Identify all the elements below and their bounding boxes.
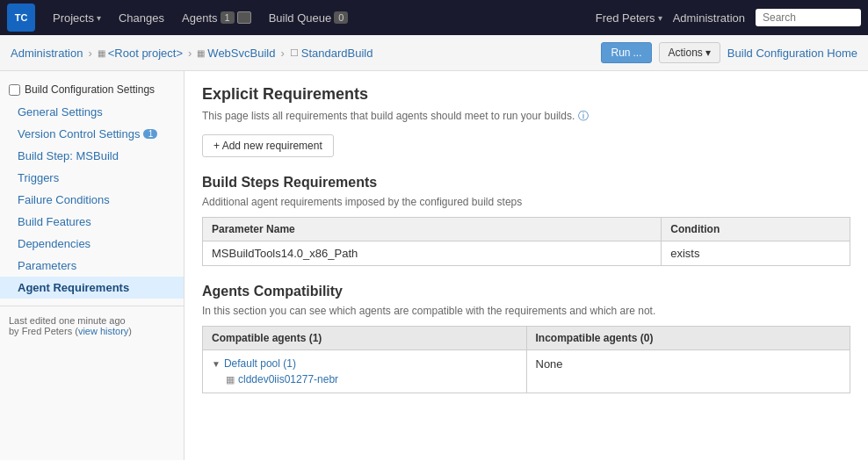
actions-button[interactable]: Actions ▾ <box>659 42 720 63</box>
breadcrumb-sep-3: › <box>280 47 284 60</box>
build-steps-requirements-desc: Additional agent requirements imposed by… <box>202 196 850 208</box>
run-button[interactable]: Run ... <box>601 42 651 63</box>
pool-label[interactable]: Default pool (1) <box>224 357 296 370</box>
param-name-cell: MSBuildTools14.0_x86_Path <box>203 241 662 266</box>
breadcrumb-sep-2: › <box>188 47 192 60</box>
agents-icon <box>237 11 251 24</box>
sidebar-item-build-features[interactable]: Build Features <box>0 211 184 233</box>
explicit-requirements-title: Explicit Requirements <box>202 85 850 104</box>
search-input[interactable] <box>756 9 861 26</box>
pool-sub-link[interactable]: clddev0iis01277-nebr <box>238 373 338 385</box>
layout: Build Configuration Settings General Set… <box>0 71 868 460</box>
sidebar-item-parameters[interactable]: Parameters <box>0 255 184 277</box>
pool-item: ▼ Default pool (1) <box>212 357 517 370</box>
agents-section: Agents Compatibility In this section you… <box>202 284 850 393</box>
incompatible-none: None <box>536 357 563 371</box>
nav-admin[interactable]: Administration <box>673 11 745 25</box>
incompatible-agents-body: None <box>527 350 850 378</box>
sidebar-item-failure-conditions[interactable]: Failure Conditions <box>0 189 184 211</box>
nav-changes[interactable]: Changes <box>112 8 171 28</box>
pool-sub-icon: ▦ <box>226 374 235 385</box>
incompatible-agents-header: Incompatible agents (0) <box>527 327 850 350</box>
agents-compatibility-desc: In this section you can see which agents… <box>202 305 850 317</box>
sidebar-section-header: Build Configuration Settings <box>0 78 184 101</box>
sidebar-last-edited: Last edited one minute ago by Fred Peter… <box>0 306 184 345</box>
tc-logo: TC <box>7 4 35 32</box>
projects-chevron: ▾ <box>97 13 101 23</box>
sidebar-item-agent-requirements[interactable]: Agent Requirements <box>0 277 184 299</box>
standardbuild-icon: ☐ <box>290 47 299 59</box>
nav-projects[interactable]: Projects ▾ <box>46 8 108 28</box>
sidebar-section-checkbox[interactable] <box>9 84 20 96</box>
nav-links: Projects ▾ Changes Agents 1 Build Queue … <box>46 8 596 28</box>
user-chevron: ▾ <box>658 13 662 23</box>
pool-triangle-icon: ▼ <box>212 359 221 369</box>
requirements-table: Parameter Name Condition MSBuildTools14.… <box>202 217 850 266</box>
nav-agents[interactable]: Agents 1 <box>175 8 258 28</box>
incompatible-agents-col: Incompatible agents (0) None <box>527 327 850 393</box>
build-queue-badge: 0 <box>334 11 348 24</box>
sidebar-item-general-settings[interactable]: General Settings <box>0 101 184 123</box>
nav-user[interactable]: Fred Peters ▾ <box>596 11 662 25</box>
main-content: Explicit Requirements This page lists al… <box>184 71 868 460</box>
breadcrumb-bar: Administration › ▦ <Root project> › ▦ We… <box>0 35 868 71</box>
sidebar-item-triggers[interactable]: Triggers <box>0 167 184 189</box>
add-requirement-button[interactable]: + Add new requirement <box>202 134 334 157</box>
breadcrumb-actions: Run ... Actions ▾ Build Configuration Ho… <box>601 42 857 63</box>
vcs-badge: 1 <box>143 129 157 139</box>
view-history-link[interactable]: view history <box>78 326 128 336</box>
compatible-agents-header: Compatible agents (1) <box>203 327 526 350</box>
breadcrumb-standardbuild[interactable]: ☐ StandardBuild <box>290 47 373 60</box>
explicit-requirements-desc: This page lists all requirements that bu… <box>202 109 850 124</box>
top-nav: TC Projects ▾ Changes Agents 1 Build Que… <box>0 0 868 35</box>
nav-build-queue[interactable]: Build Queue 0 <box>262 8 356 28</box>
breadcrumb: Administration › ▦ <Root project> › ▦ We… <box>11 47 373 60</box>
pool-sub-item: ▦ clddev0iis01277-nebr <box>212 373 517 385</box>
build-steps-requirements-title: Build Steps Requirements <box>202 175 850 191</box>
websvcbuild-icon: ▦ <box>197 48 205 58</box>
run-ellipsis: ... <box>633 47 641 59</box>
breadcrumb-websvcbuild[interactable]: ▦ WebSvcBuild <box>197 47 275 60</box>
actions-chevron: ▾ <box>705 47 711 59</box>
sidebar-item-dependencies[interactable]: Dependencies <box>0 233 184 255</box>
col-param-name: Parameter Name <box>203 218 662 241</box>
help-icon[interactable]: ⓘ <box>578 110 589 122</box>
agents-compatibility-title: Agents Compatibility <box>202 284 850 299</box>
table-row: MSBuildTools14.0_x86_Path exists <box>203 241 850 266</box>
breadcrumb-root-project[interactable]: ▦ <Root project> <box>98 47 183 60</box>
breadcrumb-sep-1: › <box>88 47 91 60</box>
sidebar-item-version-control-settings[interactable]: Version Control Settings 1 <box>0 123 184 145</box>
compatible-agents-body: ▼ Default pool (1) ▦ clddev0iis01277-neb… <box>203 350 526 393</box>
compatible-agents-col: Compatible agents (1) ▼ Default pool (1)… <box>203 327 527 393</box>
breadcrumb-admin[interactable]: Administration <box>11 47 83 60</box>
build-config-home-link[interactable]: Build Configuration Home <box>727 47 857 60</box>
root-project-icon: ▦ <box>98 48 105 58</box>
sidebar-item-build-step-msbuild[interactable]: Build Step: MSBuild <box>0 145 184 167</box>
sidebar: Build Configuration Settings General Set… <box>0 71 184 460</box>
col-condition: Condition <box>662 218 850 241</box>
nav-right: Fred Peters ▾ Administration <box>596 9 861 26</box>
condition-cell: exists <box>662 241 850 266</box>
agents-badge: 1 <box>221 11 235 24</box>
agents-grid: Compatible agents (1) ▼ Default pool (1)… <box>202 326 850 393</box>
